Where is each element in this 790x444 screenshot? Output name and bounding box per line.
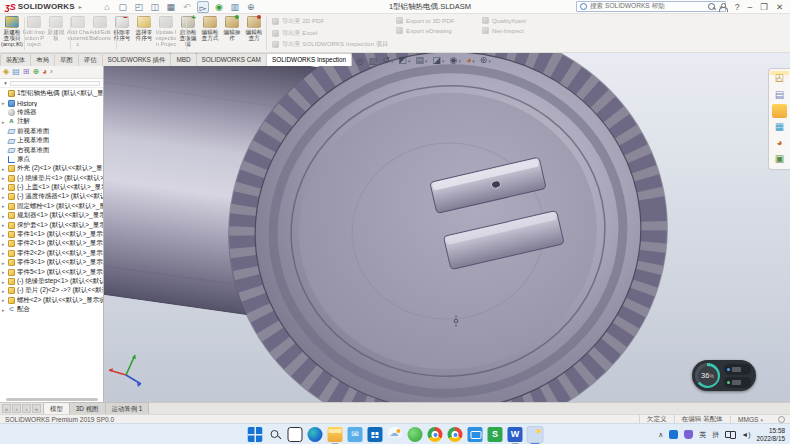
tree-item[interactable]: 配合 (0, 305, 103, 314)
commandmanager-tab[interactable]: SOLIDWORKS CAM (196, 53, 267, 66)
export-menu-item[interactable]: QualityXpert (482, 17, 526, 24)
tab-nav-icon[interactable] (12, 404, 21, 413)
headsup-toolbar-icon[interactable] (382, 54, 393, 68)
tree-item[interactable]: 零件5<1> (默认<<默认>_显示状态 (0, 267, 103, 276)
taskbar-app-icon[interactable] (368, 427, 383, 442)
tree-item[interactable]: 固定螺栓<1> (默认<<默认>_显示 (0, 202, 103, 211)
status-units[interactable]: MMGS▾ (730, 416, 770, 423)
tree-item[interactable]: 零件2<1> (默认<<默认>_显示状态 (0, 239, 103, 248)
tree-item[interactable]: 前视基准面 (0, 127, 103, 136)
headsup-toolbar-icon[interactable] (415, 54, 427, 68)
quick-access-icon[interactable] (149, 1, 161, 13)
taskbar-app-icon[interactable] (408, 427, 423, 442)
commandmanager-tab[interactable]: MBD (170, 53, 196, 66)
headsup-toolbar-icon[interactable] (450, 54, 461, 68)
commandmanager-tab[interactable]: SOLIDWORKS Inspection (266, 53, 352, 66)
commandmanager-tab[interactable]: 布局 (30, 53, 55, 66)
graphics-viewport[interactable]: 36% (104, 53, 790, 403)
model-canvas[interactable] (104, 53, 790, 403)
document-tab[interactable]: 3D 视图 (69, 402, 106, 414)
quick-access-icon[interactable] (133, 1, 145, 13)
panel-tab-icon[interactable] (42, 66, 47, 78)
quick-access-icon[interactable] (117, 1, 129, 13)
panel-tab-icon[interactable] (23, 66, 30, 78)
ribbon-button[interactable]: Add/Edit Balloons (89, 14, 111, 53)
commandmanager-tab[interactable]: SOLIDWORKS 插件 (102, 53, 172, 66)
panel-horizontal-scrollbar[interactable] (6, 398, 98, 401)
tree-item[interactable]: 零件2<2> (默认<<默认>_显示状态 (0, 249, 103, 258)
export-menu-item[interactable]: Export eDrawing (396, 27, 455, 34)
tree-item[interactable]: (-) 垫片 (2)<2> ->? (默认<<默认> (0, 286, 103, 295)
tray-language-indicator[interactable]: 英 (699, 430, 706, 440)
taskbar-app-icon[interactable] (328, 427, 343, 442)
task-pane-icon[interactable] (772, 120, 787, 134)
tree-item[interactable]: 原点 (0, 155, 103, 164)
help-button[interactable]: ? (735, 0, 740, 14)
quick-access-icon[interactable] (213, 1, 225, 13)
logo-expand-icon[interactable]: ▸ (79, 3, 82, 10)
tree-item[interactable]: 螺栓<2> (默认<<默认>_显示状态 (0, 296, 103, 305)
tree-item[interactable]: 上视基准面 (0, 136, 103, 145)
commandmanager-tab[interactable]: 评估 (78, 53, 103, 66)
quick-access-icon[interactable] (181, 1, 193, 13)
tree-item[interactable]: 规划器<1> (默认<<默认>_显示状 (0, 211, 103, 220)
tree-root-item[interactable]: 1型铝轴热电偶 (默认<默认_显示状态-1 (0, 89, 103, 98)
headsup-toolbar-icon[interactable] (356, 55, 364, 68)
taskbar-app-icon[interactable] (428, 427, 443, 442)
taskbar-app-icon[interactable] (388, 427, 403, 442)
tree-item[interactable]: 传感器 (0, 108, 103, 117)
tray-blue-app-icon[interactable] (669, 430, 678, 439)
panel-tab-icon[interactable] (12, 66, 20, 78)
tray-cast-icon[interactable] (725, 431, 735, 438)
status-globe-icon[interactable] (778, 416, 785, 423)
ribbon-button[interactable]: Edit Inspection Project (23, 14, 45, 53)
tree-item[interactable]: 零件3<1> (默认<<默认>_显示状态 (0, 258, 103, 267)
panel-tab-icon[interactable] (32, 66, 39, 78)
tray-expand-icon[interactable]: ∧ (658, 431, 663, 439)
document-tab[interactable]: 运动算例 1 (105, 402, 150, 414)
filter-funnel-icon[interactable] (3, 80, 8, 86)
taskbar-app-icon[interactable] (488, 427, 503, 442)
export-menu-item[interactable]: Export to 3D PDF (396, 17, 455, 24)
quick-access-icon[interactable] (229, 1, 241, 13)
minimize-button[interactable]: – (748, 0, 753, 14)
tray-shield-icon[interactable] (684, 430, 693, 439)
close-button[interactable]: ✕ (776, 0, 783, 14)
taskbar-app-icon[interactable] (268, 427, 283, 442)
task-pane-icon[interactable] (772, 136, 787, 150)
document-tab[interactable]: 模型 (43, 402, 70, 414)
tray-ime-indicator[interactable]: 拼 (712, 430, 719, 440)
taskbar-app-icon[interactable] (288, 427, 303, 442)
tree-item[interactable]: 保护套<1> (默认<<默认>_显示状 (0, 220, 103, 229)
tree-item[interactable]: (-) 上盖<1> (默认<<默认>_显示 (0, 183, 103, 192)
export-menu-item[interactable]: 导出至 SOLIDWORKS Inspection 项目 (272, 40, 388, 49)
tree-item[interactable]: (-) 绝缘垫片<1> (默认<<默认>_显 (0, 174, 103, 183)
tab-nav-icon[interactable] (2, 404, 11, 413)
tree-item[interactable]: 外壳 (2)<1> (默认<<默认>_显示状 (0, 164, 103, 173)
headsup-toolbar-icon[interactable] (433, 54, 445, 68)
quick-access-icon[interactable] (101, 1, 113, 13)
commandmanager-tab[interactable]: 装配体 (0, 53, 31, 66)
zoom-widget-button-2[interactable] (724, 377, 751, 388)
restore-button[interactable]: ❐ (760, 0, 768, 14)
taskbar-app-icon[interactable] (348, 427, 363, 442)
export-menu-item[interactable]: 导出至 Excel (272, 29, 388, 38)
task-pane-icon[interactable] (772, 152, 787, 166)
ribbon-button[interactable]: 编辑检查方 (243, 14, 265, 53)
headsup-toolbar-icon[interactable] (369, 55, 378, 68)
ribbon-button[interactable]: 新建模板 (45, 14, 67, 53)
tray-volume-icon[interactable] (741, 431, 750, 438)
taskbar-app-icon[interactable] (468, 427, 483, 442)
search-scope-icon[interactable] (580, 3, 587, 10)
ribbon-button[interactable]: 选择零件序号 (133, 14, 155, 53)
export-menu-item[interactable]: Net-Inspect (482, 27, 526, 34)
tree-item[interactable]: 零件1<1> (默认<<默认>_显示状态 (0, 230, 103, 239)
tab-nav-icon[interactable] (22, 404, 31, 413)
tab-nav-icon[interactable] (32, 404, 41, 413)
tree-item[interactable]: 注解 (0, 117, 103, 126)
quick-access-icon[interactable] (197, 1, 209, 13)
ribbon-button[interactable]: 启动检查板编辑 (177, 14, 199, 53)
taskbar-app-icon[interactable] (528, 427, 543, 442)
headsup-toolbar-icon[interactable] (480, 54, 491, 68)
ribbon-button[interactable]: 移除零件序号 (111, 14, 133, 53)
